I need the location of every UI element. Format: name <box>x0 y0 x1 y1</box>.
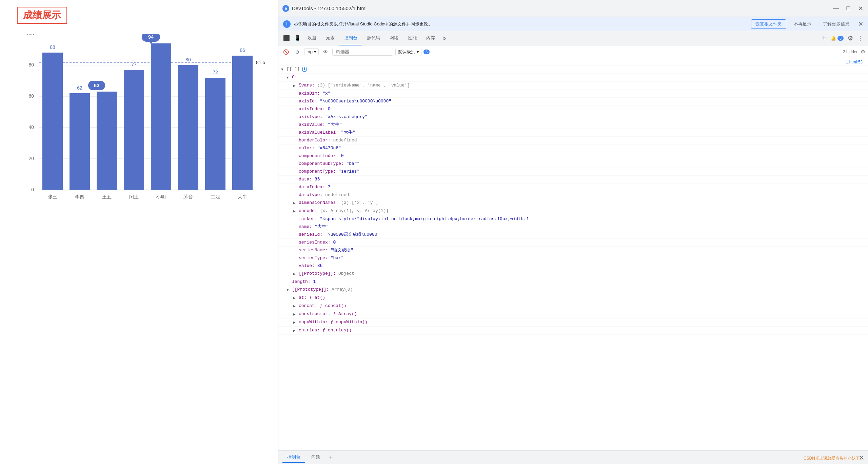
bar-2[interactable] <box>97 92 117 190</box>
expand-arrow-30[interactable] <box>293 303 299 310</box>
more-tabs-button[interactable]: » <box>440 35 449 42</box>
expand-arrow-26[interactable] <box>293 270 299 277</box>
settings-icon[interactable]: ⚙ <box>846 35 855 42</box>
console-text-5: axisIndex: 0 <box>299 106 331 113</box>
eye-icon-button[interactable]: 👁 <box>321 47 330 57</box>
expand-arrow-17[interactable] <box>293 199 299 207</box>
dont-show-button[interactable]: 不再显示 <box>790 20 815 28</box>
expand-arrow-31[interactable] <box>293 311 299 318</box>
bar-4[interactable] <box>151 43 171 190</box>
top-context-selector[interactable]: top ▾ <box>304 48 319 55</box>
console-text-23: seriesName: "语文成绩" <box>299 247 353 254</box>
bar-1[interactable] <box>70 93 90 190</box>
learn-more-button[interactable]: 了解更多信息 <box>819 20 853 28</box>
expand-arrow-11 <box>293 153 299 153</box>
chart-svg: 81.5 0 20 40 60 80 100 88 62 63 <box>20 34 271 204</box>
console-text-15: dataIndex: 7 <box>299 184 331 191</box>
expand-arrow-5 <box>293 106 299 106</box>
bar-0[interactable] <box>42 53 63 190</box>
bar-6[interactable] <box>205 78 225 190</box>
top-label: top <box>307 49 313 54</box>
new-tab-button[interactable]: + <box>819 34 829 42</box>
tab-memory[interactable]: 内存 <box>421 31 440 45</box>
svg-text:63: 63 <box>94 82 100 88</box>
console-line-32: copyWithin: ƒ copyWithin() <box>278 318 868 327</box>
devtools-favicon: e <box>282 5 289 12</box>
tab-console[interactable]: 控制台 <box>339 31 362 45</box>
info-icon: i <box>283 20 291 28</box>
expand-arrow-33[interactable] <box>293 327 299 334</box>
svg-text:张三: 张三 <box>48 194 57 199</box>
expand-arrow-7 <box>293 121 299 122</box>
dock-icon[interactable]: ⬛ <box>281 33 292 44</box>
bar-5[interactable] <box>178 65 198 190</box>
notification-icon[interactable]: 🔔3 <box>829 36 846 41</box>
maximize-button[interactable]: □ <box>845 5 852 12</box>
expand-arrow-4 <box>293 98 299 98</box>
info-bar-close[interactable]: ✕ <box>858 20 863 28</box>
svg-text:60: 60 <box>28 93 34 99</box>
expand-arrow-25 <box>293 263 299 263</box>
expand-arrow-18[interactable] <box>293 208 299 215</box>
console-text-6: axisType: "xAxis.category" <box>299 114 368 120</box>
minimize-button[interactable]: — <box>833 5 840 12</box>
console-text-20: name: "大牛" <box>299 224 329 230</box>
svg-text:94: 94 <box>148 34 154 40</box>
expand-arrow-6 <box>293 114 299 114</box>
no-entry-button[interactable]: ⊘ <box>293 47 302 57</box>
console-line-17: dimensionNames: (2) ['x', 'y'] <box>278 199 868 207</box>
expand-arrow-24 <box>293 255 299 255</box>
expand-arrow-1[interactable] <box>287 74 292 81</box>
console-line-25: value: 86 <box>278 262 868 270</box>
devtools-filterbar: 🚫 ⊘ top ▾ 👁 默认级别 ▾ 3 2 hidden ⚙ <box>278 45 868 58</box>
console-line-20: name: "大牛" <box>278 223 868 231</box>
console-line-21: seriesId: "\u0000语文成绩\u0000" <box>278 231 868 239</box>
expand-arrow-2[interactable] <box>293 82 299 89</box>
expand-arrow-0[interactable] <box>281 66 287 73</box>
svg-text:88: 88 <box>50 44 55 50</box>
tab-network[interactable]: 网络 <box>385 31 403 45</box>
bar-3[interactable] <box>124 70 144 190</box>
console-text-24: seriesType: "bar" <box>299 255 344 262</box>
console-line-11: componentIndex: 0 <box>278 152 868 160</box>
svg-text:100: 100 <box>26 34 34 36</box>
tab-performance[interactable]: 性能 <box>403 31 421 45</box>
console-line-22: seriesIndex: 0 <box>278 239 868 247</box>
set-root-folder-button[interactable]: 设置根文件夹 <box>751 19 786 29</box>
close-button[interactable]: ✕ <box>857 5 864 12</box>
tab-elements[interactable]: 元素 <box>321 31 339 45</box>
console-text-10: color: "#5470c6" <box>299 145 341 152</box>
customize-icon[interactable]: ⋮ <box>855 35 865 42</box>
add-tab-button[interactable]: + <box>326 453 336 461</box>
devtools-panel: e DevTools - 127.0.0.1:5502/1.html — □ ✕… <box>278 0 868 464</box>
tab-welcome[interactable]: 欢迎 <box>303 31 321 45</box>
svg-text:80: 80 <box>185 57 191 62</box>
svg-text:40: 40 <box>28 124 34 130</box>
console-line-33: entries: ƒ entries() <box>278 327 868 335</box>
file-link[interactable]: 1.html:53 <box>278 58 868 65</box>
bottom-tab-console[interactable]: 控制台 <box>282 452 305 463</box>
svg-text:62: 62 <box>77 85 82 91</box>
svg-text:91: 91 <box>158 50 164 55</box>
expand-arrow-29[interactable] <box>293 294 299 302</box>
console-text-32: copyWithin: ƒ copyWithin() <box>299 319 368 326</box>
expand-arrow-13 <box>293 168 299 169</box>
expand-arrow-32[interactable] <box>293 319 299 326</box>
clear-console-button[interactable]: 🚫 <box>281 47 291 57</box>
console-text-12: componentSubType: "bar" <box>299 160 359 167</box>
bar-7[interactable] <box>232 56 253 190</box>
svg-text:80: 80 <box>28 62 34 67</box>
filter-input[interactable] <box>332 48 393 56</box>
notification-badge: 3 <box>837 36 844 41</box>
info-bar: i 标识项目的根文件夹以打开Visual Studio Code中的源文件并同步… <box>278 17 868 31</box>
console-line-23: seriesName: "语文成绩" <box>278 247 868 254</box>
device-toolbar-icon[interactable]: 📱 <box>292 33 303 44</box>
console-text-31: constructor: ƒ Array() <box>299 311 357 317</box>
window-controls: — □ ✕ <box>833 5 864 12</box>
expand-arrow-28[interactable] <box>287 286 292 293</box>
bottom-tab-issues[interactable]: 问题 <box>307 452 325 463</box>
console-settings-icon[interactable]: ⚙ <box>861 49 865 55</box>
tab-sources[interactable]: 源代码 <box>362 31 385 45</box>
log-level-selector[interactable]: 默认级别 ▾ <box>395 48 421 56</box>
console-text-13: componentType: "series" <box>299 168 359 175</box>
